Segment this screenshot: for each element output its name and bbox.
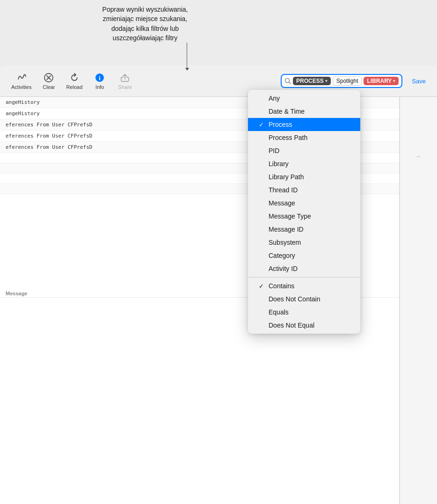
dropdown-item[interactable]: Any	[248, 92, 360, 105]
dropdown-item[interactable]: Subsystem	[248, 236, 360, 249]
reload-button[interactable]: Reload	[62, 70, 86, 92]
dropdown-top-section: AnyDate & Time✓ProcessProcess PathPIDLib…	[248, 92, 360, 275]
svg-text:i: i	[99, 74, 101, 81]
info-label: Info	[95, 84, 104, 90]
share-icon	[119, 72, 131, 83]
dropdown-item-label: Process Path	[269, 134, 307, 141]
dropdown-item-label: Message	[269, 199, 295, 207]
dropdown-item-label: Process	[269, 121, 292, 128]
search-icon	[284, 78, 291, 84]
process-chevron-icon: ▾	[325, 79, 328, 83]
dropdown-item-label: Does Not Contain	[269, 295, 320, 303]
right-panel-value: --	[417, 153, 421, 160]
dropdown-item-label: Activity ID	[269, 265, 298, 272]
spotlight-chip-label: Spotlight	[336, 78, 358, 84]
toolbar: Activities Clear Reload	[0, 66, 437, 97]
dropdown-item[interactable]: Library Path	[248, 170, 360, 183]
dropdown-item-label: Thread ID	[269, 186, 298, 194]
dropdown-item[interactable]: Date & Time	[248, 105, 360, 118]
save-button[interactable]: Save	[408, 76, 430, 87]
clear-label: Clear	[43, 84, 55, 90]
dropdown-item-label: PID	[269, 147, 279, 154]
dropdown-item[interactable]: Thread ID	[248, 183, 360, 197]
dropdown-item[interactable]: Message	[248, 197, 360, 210]
dropdown-item[interactable]: Library	[248, 157, 360, 170]
activities-button[interactable]: Activities	[7, 70, 35, 92]
dropdown-item-label: Library Path	[269, 173, 304, 181]
share-label: Share	[118, 84, 132, 90]
activities-icon	[16, 72, 27, 83]
process-chip-label: PROCESS	[296, 78, 324, 84]
dropdown-item[interactable]: ✓Contains	[248, 279, 360, 292]
annotation-line	[187, 43, 187, 68]
dropdown-item[interactable]: Message ID	[248, 223, 360, 236]
annotation-arrow	[185, 68, 189, 71]
dropdown-item-label: Category	[269, 252, 295, 259]
process-chip[interactable]: PROCESS ▾	[293, 77, 331, 85]
svg-line-6	[289, 82, 291, 84]
library-chip-label: LIBRARY	[367, 78, 392, 84]
dropdown-item-label: Library	[269, 160, 289, 168]
dropdown-item[interactable]: Process Path	[248, 131, 360, 144]
dropdown-item-label: Date & Time	[269, 108, 305, 115]
dropdown-item[interactable]: Does Not Equal	[248, 319, 360, 332]
spotlight-chip[interactable]: Spotlight	[333, 76, 362, 86]
dropdown-item-label: Message Type	[269, 212, 311, 220]
dropdown-item-label: Any	[269, 95, 280, 102]
clear-button[interactable]: Clear	[37, 70, 60, 92]
dropdown-item-label: Subsystem	[269, 239, 301, 246]
main-window: Activities Clear Reload	[0, 66, 437, 504]
right-panel: --	[400, 97, 437, 504]
activities-label: Activities	[11, 84, 31, 90]
library-chip[interactable]: LIBRARY ▾	[364, 77, 399, 85]
info-button[interactable]: i Info	[88, 70, 111, 92]
dropdown-item[interactable]: PID	[248, 144, 360, 157]
annotation-text: Popraw wyniki wyszukiwania, zmieniając m…	[102, 6, 188, 42]
dropdown-item[interactable]: Does Not Contain	[248, 292, 360, 306]
check-icon: ✓	[257, 283, 265, 290]
dropdown-item-label: Message ID	[269, 226, 304, 233]
dropdown-item-label: Contains	[269, 282, 294, 290]
dropdown-item-label: Does Not Equal	[269, 321, 314, 329]
dropdown-divider	[248, 277, 360, 278]
dropdown-item[interactable]: ✓Process	[248, 118, 360, 131]
reload-icon	[69, 72, 80, 83]
dropdown-item[interactable]: Equals	[248, 306, 360, 319]
dropdown-item[interactable]: Message Type	[248, 210, 360, 223]
dropdown-item[interactable]: Activity ID	[248, 262, 360, 275]
dropdown-item-label: Equals	[269, 308, 289, 316]
process-dropdown: AnyDate & Time✓ProcessProcess PathPIDLib…	[248, 90, 360, 334]
content-area: angeHistory angeHistory eferences From U…	[0, 97, 437, 504]
info-icon: i	[94, 72, 105, 83]
share-button[interactable]: Share	[113, 70, 137, 92]
dropdown-bottom-section: ✓ContainsDoes Not ContainEqualsDoes Not …	[248, 279, 360, 332]
clear-icon	[43, 72, 54, 83]
annotation: Popraw wyniki wyszukiwania, zmieniając m…	[75, 5, 215, 43]
reload-label: Reload	[66, 84, 82, 90]
library-chevron-icon: ▾	[393, 79, 395, 83]
search-bar: PROCESS ▾ Spotlight LIBRARY ▾	[281, 74, 402, 88]
check-icon: ✓	[257, 121, 265, 128]
dropdown-item[interactable]: Category	[248, 249, 360, 262]
